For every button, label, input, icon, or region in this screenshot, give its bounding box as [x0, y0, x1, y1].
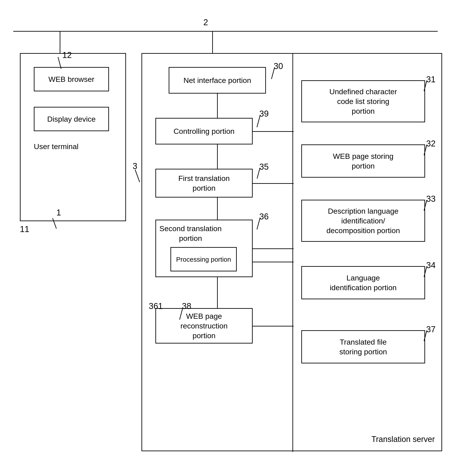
- label-2: 2: [203, 18, 208, 27]
- v-line-first-second: [217, 197, 218, 222]
- user-terminal-box: WEB browser Display device User terminal: [20, 53, 126, 221]
- web-browser-label: WEB browser: [49, 74, 94, 84]
- translation-server-label: Translation server: [371, 435, 435, 444]
- translated-file-box: Translated file storing portion: [301, 330, 425, 363]
- desc-lang-box: Description language identification/ dec…: [301, 200, 425, 242]
- v-line-net-ctrl: [217, 94, 218, 120]
- label-31: 31: [426, 75, 436, 84]
- net-interface-label: Net interface portion: [183, 76, 251, 85]
- arrow-39: [257, 115, 260, 128]
- conn-second-desc: [253, 248, 294, 249]
- lang-ident-label: Language identification portion: [330, 273, 396, 292]
- arrow-30: [271, 68, 275, 79]
- col-divider: [292, 54, 293, 452]
- user-terminal-inner-label: User terminal: [34, 142, 78, 151]
- label-36: 36: [259, 212, 269, 221]
- label-35: 35: [259, 162, 269, 172]
- arrow-3: [135, 170, 140, 182]
- translated-file-label: Translated file storing portion: [339, 337, 387, 357]
- web-browser-box: WEB browser: [34, 67, 109, 91]
- undef-char-label: Undefined character code list storing po…: [329, 87, 397, 116]
- label-361: 361: [149, 301, 163, 311]
- translation-server-box: Translation server Net interface portion…: [141, 53, 442, 451]
- label-30: 30: [274, 61, 283, 71]
- conn-second-lang: [253, 262, 294, 262]
- diagram: 2 WEB browser Display device User termin…: [13, 18, 451, 465]
- arrow-36: [257, 218, 260, 230]
- second-trans-box: Second translation portion Processing po…: [155, 220, 253, 277]
- label-39: 39: [259, 109, 269, 119]
- label-11: 11: [20, 224, 29, 234]
- web-recon-label: WEB page reconstruction portion: [180, 311, 228, 341]
- tick-user: [60, 31, 60, 53]
- net-interface-box: Net interface portion: [169, 67, 266, 94]
- desc-lang-label: Description language identification/ dec…: [327, 206, 400, 236]
- controlling-box: Controlling portion: [155, 118, 253, 144]
- v-line-second-recon: [217, 277, 218, 311]
- label-32: 32: [426, 139, 436, 148]
- undef-char-box: Undefined character code list storing po…: [301, 80, 425, 122]
- lang-ident-box: Language identification portion: [301, 266, 425, 299]
- first-trans-box: First translation portion: [155, 169, 253, 197]
- v-line-ctrl-first: [217, 144, 218, 171]
- web-page-storing-label: WEB page storing portion: [333, 151, 394, 171]
- label-33: 33: [426, 194, 436, 204]
- web-page-storing-box: WEB page storing portion: [301, 144, 425, 178]
- processing-label: Processing portion: [176, 255, 231, 264]
- label-12: 12: [62, 51, 72, 60]
- display-device-label: Display device: [47, 114, 96, 124]
- label-34: 34: [426, 261, 436, 270]
- controlling-label: Controlling portion: [173, 126, 235, 136]
- web-recon-box: WEB page reconstruction portion: [155, 308, 253, 343]
- label-1: 1: [56, 208, 61, 217]
- tick-server: [212, 31, 213, 53]
- processing-box: Processing portion: [170, 247, 237, 272]
- label-37: 37: [426, 325, 436, 334]
- conn-first-web: [253, 183, 294, 184]
- arrow-35: [257, 168, 260, 178]
- conn-ctrl-undef: [253, 131, 294, 132]
- conn-recon-trans: [253, 326, 294, 326]
- display-device-box: Display device: [34, 107, 109, 131]
- first-trans-label: First translation portion: [178, 173, 230, 193]
- h-conn-network: [60, 31, 213, 32]
- second-trans-label: Second translation portion: [159, 224, 222, 243]
- label-38: 38: [182, 301, 191, 311]
